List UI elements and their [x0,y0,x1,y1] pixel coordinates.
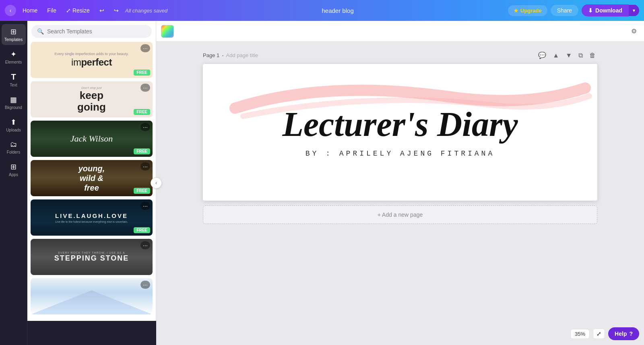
help-icon: ? [629,331,633,337]
download-chevron-button[interactable]: ▾ [629,5,639,16]
page-number-label: Page 1 [203,52,219,58]
resize-icon: ⤢ [66,7,71,14]
free-badge: FREE [134,109,150,115]
topnav: ‹ Home File ⤢ Resize ↩ ↪ All changes sav… [0,0,644,21]
add-page-title-button[interactable]: Add page title [226,52,258,58]
card-stone-small: EVERY ROCK THEY THROW, I USE AS A [58,251,125,254]
template-card-imperfect[interactable]: Every single imperfection adds to your b… [31,42,153,78]
main-body: ⊞ Templates ✦ Elements T Text ▦ Bkground… [0,21,644,345]
page-header: Page 1 - Add page title 💬 ▲ ▼ ⧉ 🗑 [203,50,597,61]
free-badge: FREE [134,227,150,233]
text-icon: T [11,72,16,82]
help-button[interactable]: Help ? [608,327,639,340]
card-options-button[interactable]: ··· [140,44,150,52]
card-options-button[interactable]: ··· [140,241,150,249]
sidebar-item-uploads[interactable]: ⬆ Uploads [2,115,26,136]
templates-icon: ⊞ [10,27,17,36]
resize-button[interactable]: ⤢ Resize [63,6,93,15]
card-live-subtext: Live life to the fullest because everyth… [55,220,128,223]
topnav-left: ‹ Home File ⤢ Resize ↩ ↪ All changes sav… [5,5,167,16]
card-options-button[interactable]: ··· [140,281,150,289]
back-button[interactable]: ‹ [5,5,16,16]
sidebar-item-label: Templates [4,37,23,42]
bottom-bar: 35% ⤢ Help ? [570,327,639,340]
undo-icon: ↩ [99,7,104,14]
free-badge: FREE [134,148,150,154]
document-title[interactable]: header blog [322,7,354,14]
redo-icon: ↪ [114,7,119,14]
expand-button[interactable]: ⤢ [593,329,605,339]
canvas-subtitle[interactable]: BY : APRILELY AJENG FITRIANA [305,150,495,158]
canvas-page[interactable]: Lecturer's Diary BY : APRILELY AJENG FIT… [203,64,597,201]
sidebar: ⊞ Templates ✦ Elements T Text ▦ Bkground… [0,21,27,345]
topnav-center: header blog [171,7,505,14]
color-swatch[interactable] [161,25,174,38]
card-options-button[interactable]: ··· [140,202,150,210]
home-label: Home [23,7,37,14]
card-big-text: keepgoing [77,90,106,113]
search-icon: 🔍 [37,28,44,35]
chevron-down-icon: ▾ [633,8,635,13]
sidebar-item-elements[interactable]: ✦ Elements [2,47,26,68]
page-title-area: Page 1 - Add page title [203,52,258,58]
canvas-wrapper: Page 1 - Add page title 💬 ▲ ▼ ⧉ 🗑 [156,42,644,345]
resize-label: Resize [72,7,90,14]
sidebar-item-text[interactable]: T Text [2,69,26,90]
template-card-keepgoing[interactable]: Don't stop just keepgoing ··· FREE [31,81,153,117]
template-card-live[interactable]: LIVE.LAUGH.LOVE Live life to the fullest… [31,199,153,236]
apps-icon: ⊞ [10,162,17,171]
file-button[interactable]: File [44,6,60,15]
canvas-main-title[interactable]: Lecturer's Diary [282,107,518,142]
topnav-right: ★ Upgrade Share ⬇ Download ▾ [508,4,639,16]
panel-search-area: 🔍 [27,21,156,40]
uploads-icon: ⬆ [10,118,17,127]
search-input[interactable] [47,28,146,35]
upgrade-label: Upgrade [520,8,542,14]
mountain-shape [31,290,153,314]
home-button[interactable]: Home [19,6,41,15]
card-options-button[interactable]: ··· [140,162,150,170]
sidebar-item-background[interactable]: ▦ Bkground [2,92,26,113]
sidebar-item-templates[interactable]: ⊞ Templates [2,24,26,45]
sidebar-item-apps[interactable]: ⊞ Apps [2,159,26,180]
saved-status: All changes saved [125,8,168,14]
duplicate-button[interactable]: ⧉ [577,50,584,61]
share-button[interactable]: Share [551,5,578,16]
template-card-mountain[interactable]: ··· [31,278,153,314]
redo-button[interactable]: ↪ [111,6,122,15]
help-label: Help [615,331,627,337]
free-badge: FREE [134,188,150,194]
undo-button[interactable]: ↩ [96,6,107,15]
move-up-button[interactable]: ▲ [551,50,561,61]
upgrade-icon: ★ [514,8,518,14]
canvas-toolbar-right: ⚙ [629,26,639,37]
move-down-button[interactable]: ▼ [564,50,574,61]
sidebar-item-label: Bkground [5,105,22,110]
template-card-forest[interactable]: Jack Wilson ··· FREE [31,121,153,157]
download-button-group: ⬇ Download ▾ [582,4,639,16]
sidebar-item-folders[interactable]: 🗂 Folders [2,137,26,158]
sidebar-item-label: Folders [7,150,20,154]
template-card-wild[interactable]: young,wild &free ··· FREE [31,160,153,196]
page-actions: 💬 ▲ ▼ ⧉ 🗑 [537,50,597,61]
template-card-stone[interactable]: EVERY ROCK THEY THROW, I USE AS A STEPPI… [31,239,153,275]
hide-panel-button[interactable]: ‹ [151,177,162,189]
card-options-button[interactable]: ··· [140,84,150,92]
card-options-button[interactable]: ··· [140,123,150,131]
add-page-label: + Add a new page [378,212,423,218]
delete-button[interactable]: 🗑 [588,50,597,61]
card-small-text: Every single imperfection adds to your b… [55,52,129,56]
add-page-button[interactable]: + Add a new page [203,205,597,224]
comment-button[interactable]: 💬 [537,50,548,61]
card-live-text: LIVE.LAUGH.LOVE [55,212,128,219]
upgrade-button[interactable]: ★ Upgrade [508,5,547,16]
download-button[interactable]: ⬇ Download [582,4,629,16]
free-badge: FREE [134,70,150,76]
adjust-icon[interactable]: ⚙ [629,26,639,37]
card-script-text: Jack Wilson [70,133,113,144]
page-separator: - [222,52,223,58]
search-bar[interactable]: 🔍 [31,25,152,38]
card-wild-text: young,wild &free [78,164,105,193]
download-icon: ⬇ [588,7,593,14]
sidebar-item-label: Elements [5,60,22,64]
